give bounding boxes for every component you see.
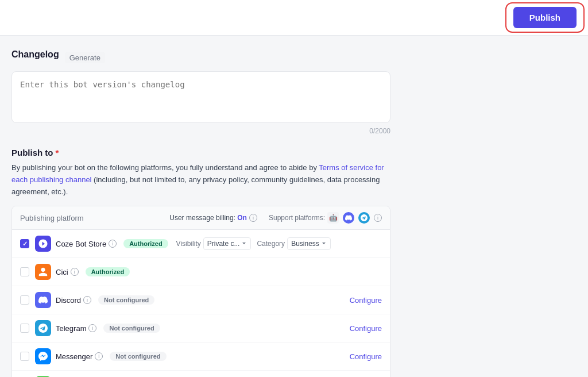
table-header: Publishing platform User message billing…	[12, 206, 390, 230]
generate-button[interactable]: Generate	[65, 52, 105, 63]
info-icon-messenger[interactable]: i	[95, 352, 103, 360]
publish-to-label: Publish to	[11, 148, 53, 157]
badge-cici: Authorized	[86, 267, 130, 276]
top-bar: Publish	[0, 0, 588, 36]
support-label: Support platforms:	[269, 214, 325, 222]
required-star: *	[56, 148, 59, 157]
tos-text-before: By publishing your bot on the following …	[11, 163, 319, 172]
icon-discord	[35, 292, 51, 308]
checkbox-telegram[interactable]	[20, 324, 29, 333]
billing-col-header: User message billing: On i	[169, 214, 257, 222]
visibility-select-coze-bot-store[interactable]: Private c...	[203, 237, 252, 250]
icon-coze-bot-store	[35, 236, 51, 252]
support-col-header: Support platforms: 🤖 i	[269, 212, 382, 224]
name-cici: Cici i	[56, 268, 79, 276]
changelog-textarea[interactable]	[11, 71, 390, 123]
platform-rows: Coze Bot Store i Authorized Visibility P…	[12, 230, 390, 377]
info-icon-coze-bot-store[interactable]: i	[109, 240, 117, 248]
main-content: Changelog Generate 0/2000 Publish to * B…	[0, 36, 402, 377]
changelog-section: Changelog Generate 0/2000	[11, 49, 390, 135]
billing-info-icon[interactable]: i	[249, 214, 257, 222]
support-icon-1: 🤖	[327, 212, 339, 224]
publish-to-title: Publish to *	[11, 148, 390, 157]
configure-link-messenger[interactable]: Configure	[350, 352, 382, 361]
checkbox-messenger[interactable]	[20, 352, 29, 361]
platform-row-coze-bot-store: Coze Bot Store i Authorized Visibility P…	[12, 230, 390, 258]
name-messenger: Messenger i	[56, 352, 103, 361]
checkbox-cici[interactable]	[20, 267, 29, 276]
badge-messenger: Not configured	[110, 352, 166, 361]
checkbox-discord[interactable]	[20, 295, 29, 305]
name-coze-bot-store: Coze Bot Store i	[56, 240, 117, 248]
info-icon-telegram[interactable]: i	[88, 324, 96, 332]
info-icon-discord[interactable]: i	[83, 296, 91, 304]
changelog-title: Changelog	[11, 49, 59, 60]
platform-row-line: LINE i Configured Configure	[12, 371, 390, 377]
badge-coze-bot-store: Authorized	[123, 239, 168, 248]
name-discord: Discord i	[56, 296, 91, 305]
platform-row-cici: Cici i Authorized	[12, 258, 390, 286]
icon-cici	[35, 264, 51, 280]
platform-row-discord: Discord i Not configured Configure	[12, 286, 390, 314]
info-icon-cici[interactable]: i	[71, 268, 79, 276]
publish-btn-wrapper: Publish	[513, 7, 577, 28]
badge-telegram: Not configured	[103, 324, 160, 333]
platform-col-header: Publishing platform	[20, 214, 169, 222]
category-dropdown-coze-bot-store: Category Business	[257, 237, 330, 250]
billing-label: User message billing: On	[169, 214, 247, 222]
icon-telegram	[35, 320, 51, 336]
platform-row-messenger: Messenger i Not configured Configure	[12, 343, 390, 371]
tos-text: By publishing your bot on the following …	[11, 162, 390, 198]
checkbox-coze-bot-store[interactable]	[20, 239, 29, 248]
visibility-label: Visibility	[176, 240, 201, 248]
platform-row-telegram: Telegram i Not configured Configure	[12, 314, 390, 343]
badge-discord: Not configured	[98, 295, 154, 305]
support-info-icon[interactable]: i	[374, 214, 382, 222]
icon-messenger	[35, 348, 51, 364]
char-count: 0/2000	[11, 127, 390, 135]
platform-table: Publishing platform User message billing…	[11, 206, 390, 377]
category-label: Category	[257, 240, 285, 248]
visibility-dropdown-coze-bot-store: Visibility Private c...	[176, 237, 252, 250]
publish-button[interactable]: Publish	[513, 7, 577, 28]
name-telegram: Telegram i	[56, 324, 96, 333]
configure-link-discord[interactable]: Configure	[350, 296, 382, 305]
support-icon-2	[343, 212, 354, 224]
category-select-coze-bot-store[interactable]: Business	[287, 237, 331, 250]
configure-link-telegram[interactable]: Configure	[350, 324, 382, 333]
publish-to-section: Publish to * By publishing your bot on t…	[11, 148, 390, 377]
support-icon-3	[358, 212, 370, 224]
billing-on-value: On	[237, 214, 247, 222]
